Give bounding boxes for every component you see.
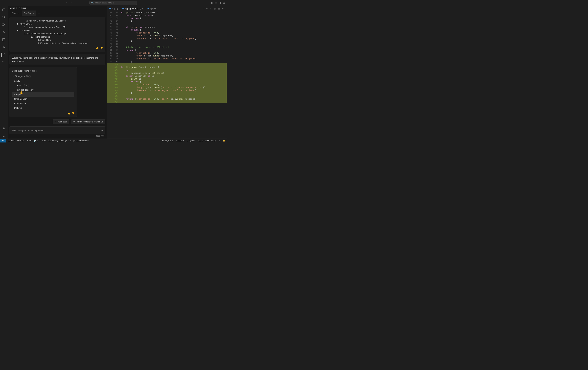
thumbs-up-icon[interactable]: 👍 — [67, 112, 70, 115]
insert-code-button[interactable]: ✓ Insert code — [53, 119, 69, 124]
panel-left-icon[interactable]: ◧ — [211, 1, 213, 4]
ports-status[interactable]: 📡 0 — [34, 139, 38, 142]
svg-point-3 — [4, 24, 5, 25]
regenerate-button[interactable]: ↻ Provide feedback to regenerate — [71, 119, 105, 124]
tab-label: app.py — [112, 7, 118, 10]
nav-forward-icon[interactable]: → — [70, 1, 73, 4]
svg-rect-5 — [3, 39, 4, 40]
source-control-icon[interactable] — [2, 22, 6, 27]
diff-line: 95+ 'headers': {'Content-Type': 'applica… — [107, 89, 227, 92]
flask-icon[interactable] — [2, 45, 6, 50]
editor-tab-api[interactable]: ⬢ api.py — [145, 6, 158, 11]
more-icon[interactable]: ⋯ — [103, 7, 105, 9]
layout-icon[interactable]: ▤ — [218, 7, 220, 10]
search-activity-icon[interactable] — [2, 15, 6, 20]
arrow-down-icon[interactable]: ↓ — [203, 7, 204, 10]
more-icon[interactable]: ⋯ — [222, 7, 224, 10]
editor-tabs: ⬢ app.py ⬢ app.py ↔ app.py × ⬢ api.py ↑ … — [107, 6, 227, 11]
command-palette[interactable]: 🔍 support-cases-sample — [89, 1, 137, 5]
file-tree-item[interactable]: test_list_cases.py — [12, 88, 74, 92]
editor-area: ⬢ app.py ⬢ app.py ↔ app.py × ⬢ api.py ↑ … — [107, 6, 227, 138]
editor-tab-diff[interactable]: ⬢ app.py ↔ app.py × — [120, 6, 145, 11]
chat-body[interactable]: 2. Add API Gateway route for GET /cases … — [8, 16, 107, 125]
whisper-status[interactable]: ▷ CodeWhisperer — [74, 139, 89, 142]
close-icon[interactable]: × — [142, 7, 143, 10]
diff-line: 7777 'headers': {'Content-Type': 'applic… — [107, 37, 227, 40]
aws-status[interactable]: ✓ AWS: IAM Identity Center (amzn) — [40, 139, 71, 142]
diff-line: 8282 'statusCode': 200, — [107, 52, 227, 54]
debug-icon[interactable] — [2, 30, 6, 35]
chat-input[interactable]: Select an option above to proceed ➤ — [10, 127, 105, 134]
cursor-pos[interactable]: Ln 86, Col 1 — [162, 139, 173, 142]
sync-status[interactable]: ⟳ 0↓ 2↑ — [17, 139, 24, 142]
feedback-icon[interactable]: ☺ — [218, 139, 220, 142]
check-icon: ✓ — [55, 121, 56, 123]
diff-line: 6950 except Exception as e: — [107, 14, 227, 17]
thumbs-up-icon[interactable]: 👍 — [96, 46, 99, 50]
remote-button[interactable]: ⇆ — [0, 139, 6, 143]
python-icon: ⬢ — [109, 7, 111, 10]
svg-point-2 — [3, 25, 4, 26]
prompt-text: Would you like to generate a suggestion … — [12, 57, 98, 62]
plan-line: 2. Expected output: List of test case it… — [12, 42, 103, 45]
close-icon[interactable]: × — [17, 12, 19, 15]
titlebar: ← → 🔍 support-cases-sample ◧ ▭ ◨ ⊞ — [0, 0, 227, 6]
changes-folder[interactable]: ⌄ Changes 6 file(s) — [12, 74, 74, 79]
gear-icon[interactable] — [2, 134, 6, 138]
plan-line: 5. README.md — [12, 22, 103, 26]
amazon-q-icon[interactable] — [1, 53, 6, 57]
file-tree-item[interactable]: ⌄tests 1 file(s) — [12, 83, 74, 88]
chat-tabs: Chat × Q - Dev × + — [8, 11, 107, 16]
file-tree-item[interactable]: README.md — [12, 101, 74, 106]
whitespace-icon[interactable]: ¶ — [210, 7, 211, 10]
send-icon[interactable]: ➤ — [101, 128, 103, 132]
problems-status[interactable]: ⊘ 0 0 — [26, 139, 31, 142]
account-icon[interactable] — [2, 127, 6, 131]
file-tree-item[interactable]: app.py — [12, 92, 74, 97]
plan-line: 2. Add API Gateway route for GET /cases — [12, 19, 103, 22]
chat-tab-qdev[interactable]: Q - Dev × — [22, 11, 36, 16]
diff-line: 7979 — [107, 43, 227, 46]
plan-line: 1. Add new test for list_cases() in test… — [12, 32, 103, 35]
tab-label: app.py ↔ app.py — [125, 7, 141, 10]
diff-line: 7272 — [107, 23, 227, 26]
panel-right-icon[interactable]: ◨ — [219, 1, 221, 4]
diff-line: 7575 'statusCode': 404, — [107, 31, 227, 34]
bell-icon[interactable]: 🔔 — [223, 139, 225, 142]
chat-tab-chat[interactable]: Chat × — [9, 11, 21, 16]
sync-counts: 0↓ 2↑ — [20, 139, 24, 142]
explorer-icon[interactable] — [2, 7, 6, 12]
diff-line: 7373 if 'error' in response: — [107, 26, 227, 29]
file-tree-item[interactable]: Makefile — [12, 106, 74, 110]
diff-line: 7171 } — [107, 20, 227, 23]
svg-point-9 — [3, 136, 4, 137]
aws-text: AWS: IAM Identity Center (amzn) — [42, 139, 71, 142]
panel-bottom-icon[interactable]: ▭ — [215, 1, 217, 4]
extensions-icon[interactable] — [2, 38, 6, 42]
indent-status[interactable]: Spaces: 4 — [176, 139, 184, 142]
thumbs-down-icon[interactable]: 👎 — [100, 46, 103, 50]
lang-text: Python — [189, 139, 195, 142]
branch-status[interactable]: ⎇ main — [8, 139, 15, 142]
editor-tab-app[interactable]: ⬢ app.py — [107, 6, 120, 11]
aws-label[interactable]: aws — [2, 60, 5, 62]
tab-label: Q - Dev — [24, 12, 31, 14]
changes-label: Changes — [15, 75, 23, 78]
add-tab-button[interactable]: + — [37, 12, 41, 15]
split-icon[interactable]: ▥ — [214, 7, 216, 10]
file-tree-item[interactable]: template.yaml — [12, 97, 74, 101]
close-icon[interactable]: × — [32, 12, 34, 14]
lang-status[interactable]: {} Python — [187, 139, 195, 142]
file-count: 1 file(s) — [22, 84, 29, 87]
plan-line: 1. Input: None — [12, 38, 103, 42]
layout-icon[interactable]: ⊞ — [223, 1, 225, 4]
thumbs-down-icon[interactable]: 👎 — [72, 112, 74, 115]
arrow-up-icon[interactable]: ↑ — [200, 7, 200, 10]
diff-editor[interactable]: 6849def get_case(event, context):6950 ex… — [107, 11, 227, 138]
python-env[interactable]: 3.12.2 ('.venv': venv) — [198, 139, 216, 142]
svg-point-1 — [3, 23, 4, 24]
nav-back-icon[interactable]: ← — [66, 1, 68, 4]
swap-icon[interactable]: ⇄ — [206, 7, 208, 10]
workspace-name: support-cases-sample — [95, 2, 114, 4]
file-tree-item[interactable]: api.py — [12, 79, 74, 83]
